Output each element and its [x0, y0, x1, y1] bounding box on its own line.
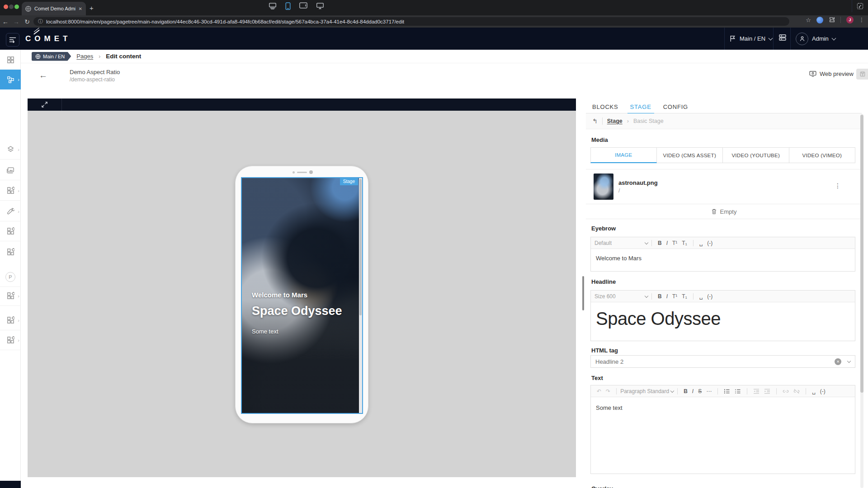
headline-style-select[interactable]: Size 600: [594, 293, 648, 300]
media-tab-video-vimeo[interactable]: VIDEO (VIMEO): [789, 147, 856, 163]
eyebrow-section-label: Eyebrow: [591, 225, 616, 232]
nbsp-button[interactable]: ␣: [810, 388, 818, 394]
sidebar-item-tools[interactable]: ›: [0, 202, 21, 221]
window-close-button[interactable]: [4, 5, 8, 9]
phone-camera-lens: [309, 170, 313, 174]
sidebar-item-collection-1[interactable]: [0, 221, 21, 241]
tablet-preview-icon[interactable]: [299, 2, 307, 9]
panel-scrollbar-thumb[interactable]: [860, 115, 863, 393]
unlink-button[interactable]: [791, 389, 802, 394]
file-menu-icon[interactable]: ⋮: [835, 182, 841, 189]
redo-button[interactable]: ↷: [604, 388, 613, 394]
panel-resize-handle[interactable]: [582, 276, 584, 310]
superscript-button[interactable]: T¹: [670, 240, 679, 246]
tab-stage[interactable]: STAGE: [630, 100, 651, 113]
extensions-puzzle-icon[interactable]: [829, 17, 835, 23]
sidebar-item-collection-4[interactable]: ›: [0, 310, 21, 330]
sidebar-footer: [0, 481, 21, 488]
superscript-button[interactable]: T¹: [670, 293, 679, 300]
strikethrough-button[interactable]: S: [696, 388, 704, 394]
headline-input[interactable]: Space Odyssee: [591, 302, 855, 335]
undo-button[interactable]: ↶: [594, 388, 604, 394]
text-input[interactable]: Some text: [591, 397, 855, 418]
sidebar-item-layers[interactable]: ›: [0, 140, 21, 160]
new-tab-button[interactable]: +: [90, 4, 94, 12]
subscript-button[interactable]: T₁: [679, 240, 689, 246]
browser-profile-avatar[interactable]: J: [846, 16, 854, 23]
indent-button[interactable]: [762, 389, 773, 394]
browser-tab[interactable]: Comet Demo Admin ✕: [22, 2, 86, 15]
panel-breadcrumb-root[interactable]: Stage: [607, 118, 623, 124]
level-up-icon[interactable]: ↰: [592, 117, 598, 125]
media-tab-video-cms[interactable]: VIDEO (CMS ASSET): [657, 147, 723, 163]
sidebar-item-dashboard[interactable]: [0, 50, 21, 70]
phone-screen[interactable]: Stage Welcome to Mars Space Odyssee Some…: [241, 177, 363, 414]
main-menu-button[interactable]: [6, 33, 19, 47]
clear-selection-icon[interactable]: ✕: [835, 358, 841, 365]
subscript-button[interactable]: T₁: [679, 293, 689, 300]
scope-badge[interactable]: Main / EN: [32, 52, 71, 61]
soft-hyphen-button[interactable]: (-): [705, 293, 715, 300]
extension-icon[interactable]: [816, 17, 823, 23]
html-tag-select[interactable]: Headline 2 ✕: [590, 355, 855, 368]
sidebar-item-collection-3[interactable]: ›: [0, 286, 21, 306]
bullet-list-button[interactable]: [722, 389, 732, 394]
media-tab-video-youtube[interactable]: VIDEO (YOUTUBE): [723, 147, 789, 163]
back-button[interactable]: ←: [39, 70, 47, 80]
link-button[interactable]: [780, 389, 791, 394]
numbered-list-button[interactable]: [732, 389, 743, 394]
browser-url-bar[interactable]: ⓘ localhost:8000/main/en/pages/pagetree/…: [33, 17, 789, 26]
edit-mode-button[interactable]: [852, 0, 868, 12]
more-formats-button[interactable]: ⋯: [704, 388, 714, 394]
tab-blocks[interactable]: BLOCKS: [592, 100, 618, 113]
save-button[interactable]: Save: [856, 69, 868, 80]
panel-tabs: BLOCKS STAGE CONFIG: [586, 100, 862, 113]
browser-menu-icon[interactable]: ⋮: [859, 17, 864, 23]
italic-button[interactable]: I: [690, 388, 696, 394]
scope-label: Main / EN: [43, 54, 65, 59]
responsive-preview-icon[interactable]: [269, 2, 277, 10]
browser-reload-button[interactable]: ↻: [22, 18, 33, 25]
phone-scrollbar-thumb[interactable]: [359, 179, 362, 315]
mobile-preview-icon[interactable]: [285, 2, 291, 10]
browser-forward-button[interactable]: →: [11, 18, 22, 25]
tab-close-icon[interactable]: ✕: [79, 6, 82, 11]
web-preview-button[interactable]: Web preview: [809, 70, 854, 77]
empty-media-button[interactable]: Empty: [586, 204, 862, 219]
nbsp-button[interactable]: ␣: [697, 240, 705, 246]
fullscreen-toggle-button[interactable]: [28, 99, 62, 111]
eyebrow-style-select[interactable]: Default: [594, 240, 648, 246]
soft-hyphen-button[interactable]: (-): [818, 388, 828, 394]
locale-switcher[interactable]: Main / EN: [730, 28, 772, 50]
desktop-preview-icon[interactable]: [316, 2, 324, 9]
bold-button[interactable]: B: [681, 388, 690, 394]
paragraph-style-select[interactable]: Paragraph Standard: [620, 388, 674, 394]
bold-button[interactable]: B: [656, 293, 664, 300]
italic-button[interactable]: I: [664, 240, 670, 246]
window-zoom-button[interactable]: [14, 5, 19, 9]
systems-button[interactable]: [778, 33, 787, 42]
bold-button[interactable]: B: [656, 240, 664, 246]
page-title: Demo Aspect Ratio: [70, 69, 120, 75]
sidebar-item-products[interactable]: P: [0, 267, 21, 287]
soft-hyphen-button[interactable]: (-): [705, 240, 715, 246]
window-minimize-button[interactable]: [9, 5, 14, 9]
breadcrumb-pages-link[interactable]: Pages: [76, 53, 93, 60]
nbsp-button[interactable]: ␣: [697, 293, 705, 300]
sidebar-item-assets[interactable]: [0, 160, 21, 180]
sidebar-item-blocks[interactable]: ›: [0, 181, 21, 201]
sidebar-item-collection-5[interactable]: ›: [0, 330, 21, 350]
user-menu[interactable]: Admin: [796, 28, 835, 50]
sidebar-item-collection-2[interactable]: [0, 242, 21, 262]
italic-button[interactable]: I: [664, 293, 670, 300]
media-tab-image[interactable]: IMAGE: [590, 147, 657, 163]
sidebar-item-pagetree[interactable]: ›: [0, 70, 21, 89]
eyebrow-input[interactable]: Welcome to Mars: [591, 249, 855, 267]
tab-config[interactable]: CONFIG: [663, 100, 688, 113]
outdent-button[interactable]: [751, 389, 762, 394]
browser-back-button[interactable]: ←: [0, 18, 11, 25]
site-info-icon[interactable]: ⓘ: [38, 18, 43, 25]
media-file-row[interactable]: astronaut.png / ⋮: [586, 169, 862, 204]
bookmark-star-icon[interactable]: ☆: [806, 17, 811, 23]
phone-scrollbar[interactable]: [359, 178, 362, 413]
